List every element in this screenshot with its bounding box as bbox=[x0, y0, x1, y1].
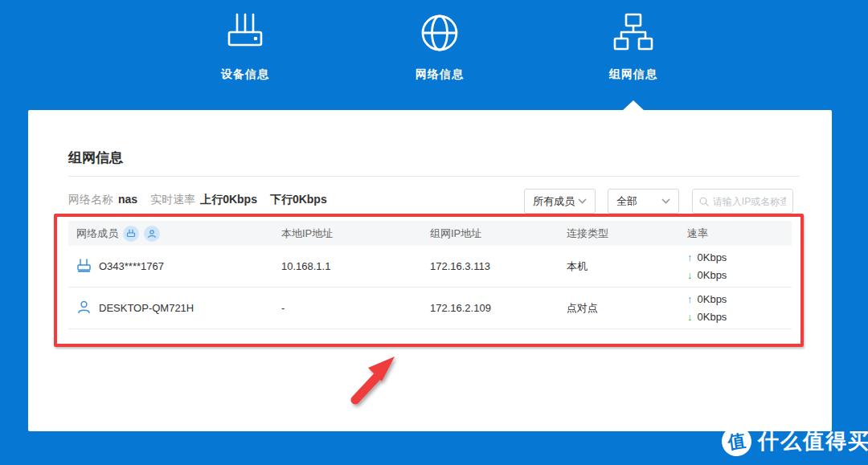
search-input[interactable] bbox=[713, 196, 786, 207]
download-speed: 0Kbps bbox=[698, 269, 727, 281]
col-network-member: 网络成员 bbox=[76, 226, 118, 241]
type-filter-dropdown[interactable]: 全部 bbox=[608, 189, 679, 214]
col-local-ip: 本地IP地址 bbox=[273, 226, 422, 241]
panel-title: 组网信息 bbox=[68, 149, 123, 167]
network-ip: 172.16.3.113 bbox=[422, 260, 559, 272]
smzdm-badge-icon: 值 bbox=[720, 425, 754, 459]
connection-type: 本机 bbox=[559, 259, 679, 274]
table-row[interactable]: O343****1767 10.168.1.1 172.16.3.113 本机 … bbox=[68, 246, 792, 288]
download-arrow-icon: ↓ bbox=[687, 269, 693, 281]
member-filter-dropdown[interactable]: 所有成员 bbox=[524, 189, 596, 214]
smzdm-watermark-text: 什么值得买 bbox=[758, 427, 868, 455]
person-icon bbox=[76, 300, 92, 317]
title-divider bbox=[68, 176, 800, 177]
table-row[interactable]: DESKTOP-QM721H - 172.16.2.109 点对点 ↑0Kbps… bbox=[68, 288, 792, 329]
table-header-row: 网络成员 本地IP地址 组网IP地址 连接类型 速率 bbox=[68, 221, 792, 246]
upload-speed-value: 上行0Kbps bbox=[200, 193, 257, 206]
tab-device-info[interactable]: 设备信息 bbox=[189, 11, 301, 82]
download-speed: 0Kbps bbox=[698, 311, 727, 323]
tab-mesh-info[interactable]: 组网信息 bbox=[577, 11, 690, 82]
tab-network-info-label: 网络信息 bbox=[383, 67, 496, 82]
member-name: DESKTOP-QM721H bbox=[99, 302, 194, 314]
upload-arrow-icon: ↑ bbox=[687, 251, 693, 263]
router-icon bbox=[76, 258, 92, 275]
col-network-ip: 组网IP地址 bbox=[422, 226, 559, 241]
router-icon bbox=[224, 11, 266, 56]
connection-type: 点对点 bbox=[559, 301, 679, 316]
realtime-speed-label: 实时速率 bbox=[150, 193, 195, 206]
mesh-info-panel: 组网信息 网络名称nas实时速率上行0Kbps下行0Kbps 所有成员 全部 网… bbox=[28, 110, 832, 431]
person-filter-icon[interactable] bbox=[144, 226, 160, 242]
upload-arrow-icon: ↑ bbox=[687, 293, 693, 305]
member-name: O343****1767 bbox=[99, 260, 164, 272]
col-speed: 速率 bbox=[679, 226, 792, 241]
network-ip: 172.16.2.109 bbox=[422, 302, 559, 314]
header-tab-bar: 设备信息 网络信息 组网信息 bbox=[0, 0, 868, 110]
tab-network-info[interactable]: 网络信息 bbox=[383, 11, 496, 82]
router-filter-icon[interactable] bbox=[123, 226, 139, 242]
topology-icon bbox=[612, 11, 654, 56]
globe-icon bbox=[419, 11, 461, 56]
type-filter-value: 全部 bbox=[616, 194, 637, 209]
local-ip: 10.168.1.1 bbox=[273, 260, 422, 272]
upload-speed: 0Kbps bbox=[698, 293, 727, 305]
smzdm-watermark: 值 什么值得买 bbox=[722, 426, 868, 456]
chevron-down-icon bbox=[578, 198, 587, 204]
col-connection-type: 连接类型 bbox=[559, 226, 679, 241]
search-field-wrapper bbox=[692, 189, 793, 214]
members-table: 网络成员 本地IP地址 组网IP地址 连接类型 速率 O343****1767 bbox=[68, 221, 792, 329]
member-filter-value: 所有成员 bbox=[533, 194, 575, 209]
chevron-down-icon bbox=[661, 198, 670, 204]
upload-speed: 0Kbps bbox=[698, 251, 727, 263]
search-icon bbox=[699, 196, 709, 207]
download-speed-value: 下行0Kbps bbox=[270, 193, 327, 206]
download-arrow-icon: ↓ bbox=[687, 311, 693, 323]
network-name-value: nas bbox=[118, 193, 137, 206]
network-summary: 网络名称nas实时速率上行0Kbps下行0Kbps bbox=[68, 193, 327, 209]
local-ip: - bbox=[273, 302, 422, 314]
network-name-label: 网络名称 bbox=[68, 193, 113, 206]
tab-device-info-label: 设备信息 bbox=[189, 67, 301, 82]
tab-mesh-info-label: 组网信息 bbox=[577, 67, 690, 82]
